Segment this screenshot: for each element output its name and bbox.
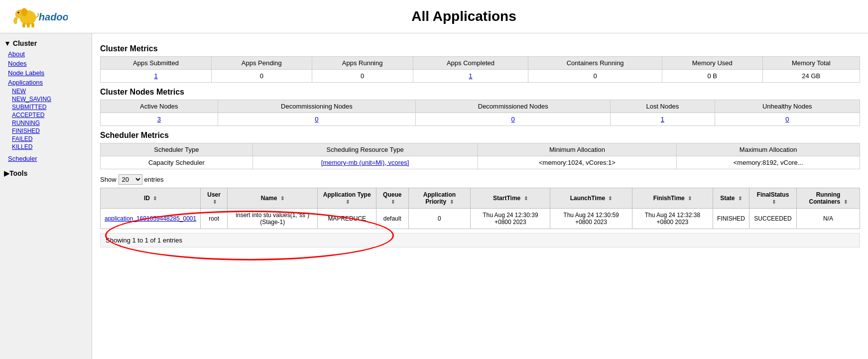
col-scheduling-resource-type: Scheduling Resource Type — [252, 143, 478, 156]
col-finish-time-label: FinishTime — [653, 195, 685, 202]
cell-user: root — [201, 209, 228, 229]
col-state-label: State — [720, 195, 735, 202]
apps-completed-link[interactable]: 1 — [469, 72, 472, 80]
cluster-metrics-title: Cluster Metrics — [100, 44, 860, 53]
apps-submitted-link[interactable]: 1 — [154, 72, 157, 80]
sidebar-item-nodes[interactable]: Nodes — [0, 59, 92, 68]
col-unhealthy-nodes: Unhealthy Nodes — [715, 100, 860, 113]
cluster-nodes-metrics-title: Cluster Nodes Metrics — [100, 88, 860, 97]
col-running-containers[interactable]: Running Containers ⇕ — [797, 188, 860, 209]
col-memory-used: Memory Used — [662, 57, 763, 70]
col-apps-submitted: Apps Submitted — [101, 57, 212, 70]
sidebar-item-running[interactable]: RUNNING — [12, 119, 92, 127]
scheduler-metrics-title: Scheduler Metrics — [100, 131, 860, 140]
entries-label: entries — [144, 176, 164, 183]
cell-finish-time: Thu Aug 24 12:32:38 +0800 2023 — [632, 209, 713, 229]
col-app-type-label: Application Type — [323, 191, 371, 198]
col-app-type-sort-icon: ⇕ — [346, 199, 350, 205]
col-minimum-allocation: Minimum Allocation — [478, 143, 677, 156]
col-running-containers-sort-icon: ⇕ — [844, 199, 848, 205]
cluster-label: Cluster — [13, 39, 37, 47]
sidebar-item-new-saving[interactable]: NEW_SAVING — [12, 95, 92, 103]
cluster-arrow-icon: ▼ — [4, 39, 11, 47]
sidebar-item-killed[interactable]: KILLED — [12, 143, 92, 151]
sidebar-item-finished[interactable]: FINISHED — [12, 127, 92, 135]
val-apps-pending: 0 — [212, 70, 312, 83]
col-finish-time-sort-icon: ⇕ — [688, 196, 692, 201]
tools-header[interactable]: ▶ Tools — [0, 167, 92, 179]
col-queue[interactable]: Queue ⇕ — [376, 188, 408, 209]
col-user-label: User — [207, 191, 221, 198]
col-state-sort-icon: ⇕ — [738, 196, 742, 201]
sidebar-item-scheduler[interactable]: Scheduler — [0, 154, 92, 163]
val-apps-completed: 1 — [413, 70, 528, 83]
col-start-time[interactable]: StartTime ⇕ — [471, 188, 550, 209]
cell-priority: 0 — [408, 209, 471, 229]
sidebar-item-applications[interactable]: Applications — [0, 78, 92, 87]
tools-arrow-icon: ▶ — [4, 169, 9, 177]
col-user-sort-icon: ⇕ — [213, 199, 217, 205]
svg-point-2 — [17, 11, 19, 13]
entries-select[interactable]: 10 20 25 50 100 — [119, 174, 142, 185]
val-scheduling-resource-type: [memory-mb (unit=Mi), vcores] — [252, 156, 478, 169]
col-name-sort-icon: ⇕ — [280, 196, 284, 201]
svg-point-3 — [21, 8, 27, 16]
col-app-type[interactable]: Application Type ⇕ — [318, 188, 376, 209]
val-unhealthy-nodes: 0 — [715, 113, 860, 126]
scheduler-metrics-table: Scheduler Type Scheduling Resource Type … — [100, 143, 860, 169]
col-priority[interactable]: Application Priority ⇕ — [408, 188, 471, 209]
decommissioned-nodes-link[interactable]: 0 — [511, 116, 515, 123]
scheduling-resource-link[interactable]: [memory-mb (unit=Mi), vcores] — [321, 159, 409, 166]
cell-state: FINISHED — [713, 209, 749, 229]
val-memory-used: 0 B — [662, 70, 763, 83]
cluster-nodes-table: Active Nodes Decommissioning Nodes Decom… — [100, 100, 860, 126]
col-maximum-allocation: Maximum Allocation — [677, 143, 860, 156]
val-apps-running: 0 — [312, 70, 413, 83]
sidebar-item-failed[interactable]: FAILED — [12, 135, 92, 143]
table-row: application_1691059448285_0001 root inse… — [101, 209, 860, 229]
col-launch-time-label: LaunchTime — [570, 195, 605, 202]
col-start-time-label: StartTime — [493, 195, 520, 202]
apps-table-wrapper: ID ⇕ User ⇕ Name ⇕ — [100, 188, 860, 229]
col-name-label: Name — [261, 195, 277, 202]
lost-nodes-link[interactable]: 1 — [661, 116, 664, 123]
tools-label: Tools — [9, 169, 27, 177]
cluster-header[interactable]: ▼ Cluster — [0, 37, 92, 49]
cell-app-type: MAPREDUCE — [318, 209, 376, 229]
active-nodes-link[interactable]: 3 — [157, 116, 161, 123]
cell-start-time: Thu Aug 24 12:30:39 +0800 2023 — [471, 209, 550, 229]
val-active-nodes: 3 — [101, 113, 218, 126]
main-layout: ▼ Cluster About Nodes Node Labels Applic… — [0, 33, 868, 359]
header: hadoop All Applications — [0, 0, 868, 33]
decommissioning-nodes-link[interactable]: 0 — [315, 116, 318, 123]
cell-name: insert into stu values(1,"ss") (Stage-1) — [228, 209, 318, 229]
cell-launch-time: Thu Aug 24 12:30:59 +0800 2023 — [550, 209, 632, 229]
svg-rect-5 — [27, 23, 29, 27]
val-memory-total: 24 GB — [762, 70, 860, 83]
unhealthy-nodes-link[interactable]: 0 — [785, 116, 789, 123]
show-entries-row: Show 10 20 25 50 100 entries — [100, 174, 860, 185]
col-state[interactable]: State ⇕ — [713, 188, 749, 209]
sidebar-item-accepted[interactable]: ACCEPTED — [12, 111, 92, 119]
sidebar-item-about[interactable]: About — [0, 49, 92, 59]
col-containers-running: Containers Running — [528, 57, 662, 70]
col-final-status-label: FinalStatus — [757, 191, 789, 198]
sidebar-item-new[interactable]: NEW — [12, 87, 92, 95]
col-name[interactable]: Name ⇕ — [228, 188, 318, 209]
cell-running-containers: N/A — [797, 209, 860, 229]
col-finish-time[interactable]: FinishTime ⇕ — [632, 188, 713, 209]
col-launch-time[interactable]: LaunchTime ⇕ — [550, 188, 632, 209]
cell-final-status: SUCCEEDED — [749, 209, 797, 229]
col-running-containers-label: Running Containers — [809, 191, 840, 205]
sidebar-item-submitted[interactable]: SUBMITTED — [12, 103, 92, 111]
col-launch-time-sort-icon: ⇕ — [608, 196, 612, 201]
sidebar-item-node-labels[interactable]: Node Labels — [0, 68, 92, 78]
col-final-status[interactable]: FinalStatus ⇕ — [749, 188, 797, 209]
col-id[interactable]: ID ⇕ — [101, 188, 201, 209]
col-priority-sort-icon: ⇕ — [450, 199, 454, 205]
col-lost-nodes: Lost Nodes — [611, 100, 715, 113]
col-decommissioning-nodes: Decommissioning Nodes — [218, 100, 416, 113]
app-id-link[interactable]: application_1691059448285_0001 — [105, 215, 196, 222]
col-user[interactable]: User ⇕ — [201, 188, 228, 209]
val-containers-running: 0 — [528, 70, 662, 83]
